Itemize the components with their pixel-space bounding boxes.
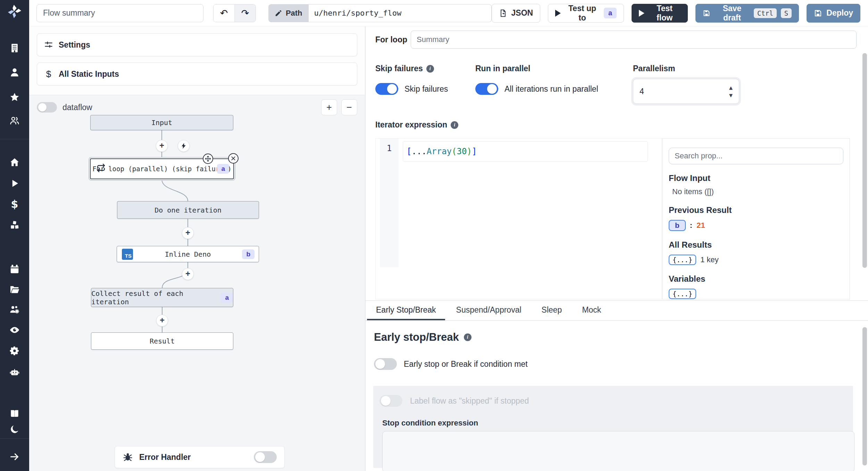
info-icon[interactable]: i [451, 121, 458, 129]
flow-settings-button[interactable]: Settings [37, 33, 357, 56]
windmill-logo[interactable] [0, 3, 29, 19]
dark-mode-icon[interactable] [0, 422, 29, 436]
redo-button[interactable]: ↷ [234, 5, 256, 22]
expand-sidebar-icon[interactable] [0, 450, 29, 464]
iterator-code-editor[interactable]: 1 [...Array(30)] [375, 138, 662, 299]
settings-tabbar: Early Stop/Break Suspend/Approval Sleep … [366, 301, 868, 321]
step-summary-input[interactable] [411, 31, 857, 49]
label-skipped-toggle[interactable] [379, 395, 402, 407]
variables-icon[interactable]: $ [0, 197, 29, 211]
close-icon [231, 156, 236, 161]
typescript-badge: TS [122, 249, 133, 260]
audit-logs-icon[interactable] [0, 323, 29, 337]
workers-icon[interactable] [0, 303, 29, 317]
insert-step-button[interactable]: + [182, 227, 194, 239]
tab-suspend-approval[interactable]: Suspend/Approval [447, 301, 531, 320]
folders-icon[interactable] [0, 282, 29, 296]
graph-node-result[interactable]: Result [91, 332, 233, 350]
flow-summary-input[interactable] [36, 4, 203, 22]
deploy-label: Deploy [826, 8, 853, 18]
previous-result-heading: Previous Result [669, 205, 843, 215]
graph-node-inline-deno[interactable]: TS Inline Deno b [117, 246, 259, 262]
test-flow-button[interactable]: Test flow [632, 4, 688, 23]
stop-condition-heading: Stop condition expression [382, 419, 847, 428]
graph-node-input[interactable]: Input [90, 115, 233, 130]
scrollbar-bottom[interactable] [862, 327, 867, 465]
graph-node-inline-badge: b [242, 249, 254, 259]
test-up-to-button[interactable]: Test up to a [548, 4, 624, 23]
flow-graph-canvas[interactable]: dataflow + − + + + + Input [29, 95, 365, 471]
forloop-settings: For loop Skip failures i Skip failures R… [366, 26, 868, 300]
insert-step-button[interactable]: + [156, 140, 168, 152]
info-icon[interactable]: i [464, 333, 471, 341]
stepper-up-icon[interactable]: ▲ [729, 85, 733, 90]
code-token: 30 [457, 147, 467, 156]
label-skipped-toggle-label: Label flow as "skipped" if stopped [410, 396, 529, 406]
dollar-icon: $ [44, 69, 53, 80]
tab-early-stop-break[interactable]: Early Stop/Break [367, 301, 445, 320]
graph-node-do-one-iteration[interactable]: Do one iteration [117, 201, 259, 219]
graph-node-input-label: Input [151, 118, 172, 127]
home-icon[interactable] [0, 155, 29, 169]
kbd-s: S [781, 8, 792, 18]
early-stop-disabled-box: Label flow as "skipped" if stopped Stop … [373, 386, 853, 468]
docs-icon[interactable] [0, 406, 29, 420]
error-handler-card[interactable]: Error Handler [115, 446, 285, 468]
search-prop-input[interactable] [669, 148, 843, 164]
insert-step-button[interactable]: + [182, 268, 194, 280]
graph-node-forloop-label: For loop (parallel) (skip failures) [92, 165, 231, 173]
workspace-icon[interactable] [0, 41, 29, 55]
add-trigger-button[interactable] [178, 140, 190, 152]
iterator-expression-heading: Iterator expression [375, 120, 447, 130]
play-icon [555, 10, 561, 17]
move-node-button[interactable] [203, 154, 213, 164]
save-icon [814, 9, 822, 17]
code-token: ] [472, 147, 477, 156]
step-inspector: For loop Skip failures i Skip failures R… [365, 26, 868, 471]
all-results-heading: All Results [669, 240, 843, 250]
code-line[interactable]: [...Array(30)] [403, 141, 648, 162]
toolbar-actions: JSON Test up to a Test flow Save draft C… [492, 4, 860, 23]
all-static-inputs-button[interactable]: $ All Static Inputs [37, 63, 357, 85]
tab-sleep[interactable]: Sleep [533, 301, 571, 320]
groups-icon[interactable] [0, 114, 29, 127]
save-draft-button[interactable]: Save draft Ctrl S [695, 4, 799, 23]
graph-node-forloop[interactable]: For loop (parallel) (skip failures) a [90, 158, 234, 179]
graph-node-collect-result[interactable]: Collect result of each iteration a [91, 288, 233, 307]
deploy-button[interactable]: Deploy [807, 4, 860, 23]
error-handler-label: Error Handler [139, 453, 191, 462]
ai-robot-icon[interactable] [0, 365, 29, 379]
runs-icon[interactable] [0, 176, 29, 190]
path-edit-button[interactable]: Path [268, 4, 309, 22]
flow-input-empty: No items ([]) [672, 187, 843, 196]
tab-mock[interactable]: Mock [573, 301, 610, 320]
resources-icon[interactable] [0, 218, 29, 232]
all-results-object-chip[interactable]: {...} [669, 255, 696, 265]
previous-result-key-chip[interactable]: b [669, 220, 686, 231]
step-badge: a [604, 8, 617, 18]
stepper-down-icon[interactable]: ▼ [729, 93, 733, 98]
node-type-label: For loop [375, 35, 407, 44]
schedules-icon[interactable] [0, 262, 29, 276]
toolbar: ↶ ↷ Path JSON Test up to a Test flow Sav… [29, 0, 868, 26]
json-button[interactable]: JSON [492, 4, 541, 23]
info-icon[interactable]: i [426, 65, 434, 73]
skip-failures-toggle[interactable] [375, 83, 398, 95]
parallelism-input[interactable]: 4 ▲ ▼ [633, 79, 739, 104]
favorites-icon[interactable] [0, 90, 29, 104]
code-token: ( [452, 147, 457, 156]
undo-button[interactable]: ↶ [214, 5, 234, 22]
user-icon[interactable] [0, 65, 29, 79]
number-stepper[interactable]: ▲ ▼ [729, 85, 733, 98]
early-stop-toggle[interactable] [374, 358, 397, 370]
error-handler-toggle[interactable] [254, 451, 277, 463]
lightning-icon [180, 142, 187, 149]
settings-icon[interactable] [0, 344, 29, 358]
variables-object-chip[interactable]: {...} [669, 289, 696, 299]
run-in-parallel-toggle[interactable] [475, 83, 498, 95]
insert-step-button[interactable]: + [156, 315, 168, 327]
scrollbar-top[interactable] [862, 53, 867, 268]
stop-condition-editor[interactable] [382, 431, 854, 471]
delete-node-button[interactable] [228, 153, 239, 164]
path-input[interactable] [309, 4, 492, 22]
